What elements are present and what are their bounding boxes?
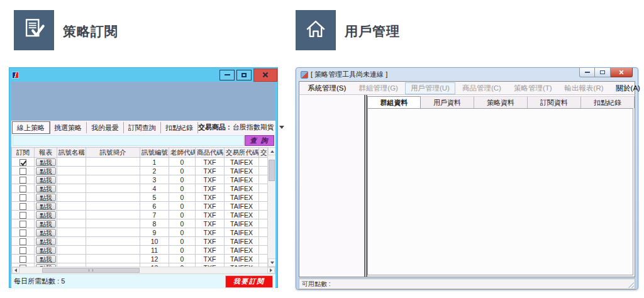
minimize-icon (225, 74, 230, 75)
exchange-code-cell: TAIFEX (225, 175, 259, 184)
report-button[interactable]: 點我 (36, 185, 56, 192)
left-navigation-panel[interactable] (299, 95, 364, 277)
signal-no-cell: 8 (140, 219, 169, 228)
search-button[interactable]: 查 詢 (245, 135, 274, 146)
teacher-code-cell: 0 (169, 193, 196, 202)
scroll-down-button[interactable] (268, 258, 275, 267)
close-button[interactable] (253, 69, 277, 82)
exchange-code-cell: TAIFEX (225, 211, 259, 219)
strategy-tab[interactable]: 我的最愛 (87, 122, 124, 133)
right-window-title: [ 策略管理工具尚未連線 ] (311, 70, 387, 79)
menu-item[interactable]: 群組管理(G) (353, 82, 404, 94)
subscribe-checkbox[interactable] (19, 212, 26, 219)
user-management-icon-tile (296, 10, 336, 50)
table-row: 點我60TXFTAIFEX (12, 202, 269, 211)
home-icon (302, 15, 330, 45)
strategy-subscribe-icon-tile (14, 10, 54, 50)
minimize-button[interactable] (219, 70, 235, 80)
subscribe-checkbox[interactable] (19, 159, 26, 166)
subscribe-checkbox[interactable] (19, 221, 26, 228)
subscribe-checkbox[interactable] (19, 203, 26, 210)
report-button[interactable]: 點我 (36, 158, 56, 166)
teacher-code-cell: 0 (169, 167, 196, 175)
scroll-right-button[interactable] (267, 267, 275, 273)
subscribe-checkbox[interactable] (19, 256, 26, 263)
table-row: 點我80TXFTAIFEX (12, 219, 269, 228)
menu-item[interactable]: 策略管理(T) (508, 82, 558, 94)
exchange-code-cell: TAIFEX (225, 219, 259, 228)
subscribe-checkbox[interactable] (19, 194, 26, 201)
subscribe-cell (12, 202, 35, 211)
subscribe-checkbox[interactable] (19, 168, 26, 175)
subscribe-cell (12, 158, 35, 167)
menu-item[interactable]: 系統管理(S) (302, 82, 352, 94)
subscribe-checkbox[interactable] (19, 247, 26, 254)
signal-name-cell (57, 193, 86, 202)
menu-item[interactable]: 輸出報表(R) (559, 82, 609, 94)
report-button[interactable]: 點我 (36, 167, 56, 175)
signal-no-cell: 11 (140, 246, 169, 255)
horizontal-scrollbar[interactable] (11, 267, 275, 274)
right-titlebar: [ 策略管理工具尚未連線 ] (296, 68, 638, 81)
resize-grip-icon[interactable] (627, 281, 634, 288)
trade-product-value[interactable]: 台股指數期貨 (233, 123, 274, 132)
minimize-button[interactable] (579, 68, 595, 77)
subscribe-cell (12, 246, 35, 255)
scroll-left-button[interactable] (12, 267, 19, 273)
product-code-cell: TXF (196, 193, 225, 202)
signal-intro-cell (86, 184, 140, 193)
manager-tab[interactable]: 用戶資料 (421, 96, 474, 108)
vertical-scrollbar[interactable] (267, 147, 275, 267)
teacher-code-cell: 0 (169, 202, 196, 211)
subscribe-checkbox[interactable] (19, 185, 26, 192)
vertical-scroll-thumb[interactable] (269, 160, 275, 181)
teacher-code-cell: 0 (169, 211, 196, 219)
strategy-tab[interactable]: 線上策略 (13, 122, 50, 133)
strategy-tab[interactable]: 扣點紀錄 (161, 122, 198, 133)
subscribe-checkbox[interactable] (19, 177, 26, 184)
menu-item[interactable]: 商品管理(C) (457, 82, 507, 94)
subscribe-checkbox[interactable] (19, 238, 26, 245)
menu-item[interactable]: 用戶管理(U) (405, 82, 455, 94)
product-code-cell: TXF (196, 228, 225, 237)
report-button[interactable]: 點我 (36, 255, 56, 263)
maximize-button[interactable] (236, 70, 252, 80)
report-button[interactable]: 點我 (36, 211, 56, 219)
close-button[interactable] (611, 68, 633, 77)
left-window-body: 線上策略挑選策略我的最愛訂閱查詢扣點紀錄交易商品 :台股指數期貨 查 詢 訂閱報… (11, 82, 275, 286)
maximize-button[interactable] (595, 68, 611, 77)
report-button[interactable]: 點我 (36, 194, 56, 201)
subscribe-button[interactable]: 我要訂閱 (225, 275, 273, 288)
exchange-code-cell: TAIFEX (225, 158, 259, 167)
report-button[interactable]: 點我 (36, 220, 56, 228)
strategy-tab[interactable]: 訂閱查詢 (124, 122, 161, 133)
teacher-code-cell: 0 (169, 255, 196, 263)
banner-area (11, 82, 275, 121)
report-button[interactable]: 點我 (36, 238, 56, 245)
report-cell: 點我 (35, 211, 57, 219)
scroll-grip-icon (89, 269, 93, 272)
subscribe-cell (12, 167, 35, 175)
subscribe-checkbox[interactable] (19, 229, 26, 236)
chevron-down-icon[interactable] (279, 126, 284, 129)
report-button[interactable]: 點我 (36, 176, 56, 184)
report-cell: 點我 (35, 237, 57, 246)
search-input[interactable] (13, 135, 244, 146)
tab-content-panel[interactable] (367, 108, 633, 275)
arrow-left-icon (14, 268, 17, 272)
horizontal-scroll-thumb[interactable] (42, 268, 140, 273)
teacher-code-cell: 0 (169, 228, 196, 237)
strategy-tab[interactable]: 挑選策略 (50, 122, 87, 133)
scroll-up-button[interactable] (268, 147, 275, 155)
report-button[interactable]: 點我 (36, 246, 56, 254)
manager-tab[interactable]: 策略資料 (474, 96, 528, 108)
menu-item[interactable]: 關於(A) (611, 82, 644, 94)
exchange-code-cell: TAIFEX (225, 193, 259, 202)
manager-tab[interactable]: 訂閱資料 (528, 96, 581, 108)
column-header: 老師代碼 (169, 148, 196, 158)
document-check-icon (20, 15, 48, 45)
report-button[interactable]: 點我 (36, 202, 56, 210)
report-button[interactable]: 點我 (36, 229, 56, 236)
manager-tab[interactable]: 扣點紀錄 (581, 96, 635, 108)
manager-tab[interactable]: 群組資料 (367, 96, 421, 108)
